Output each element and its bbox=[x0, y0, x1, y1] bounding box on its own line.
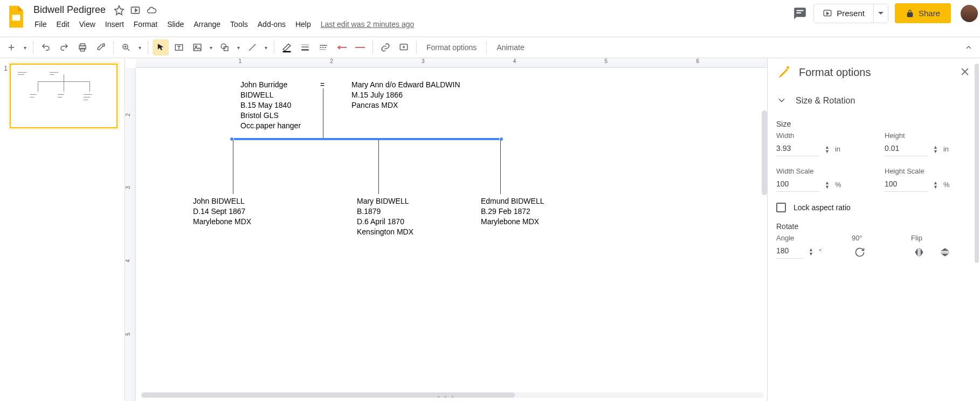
shape-tool[interactable] bbox=[217, 39, 233, 56]
undo-button[interactable] bbox=[38, 39, 54, 56]
menu-edit[interactable]: Edit bbox=[52, 18, 74, 31]
collapse-toolbar-button[interactable] bbox=[961, 39, 977, 56]
last-edit-text[interactable]: Last edit was 2 minutes ago bbox=[316, 18, 419, 31]
paint-format-button[interactable] bbox=[93, 39, 109, 56]
comment-button[interactable] bbox=[396, 39, 412, 56]
scrollbar-vertical[interactable] bbox=[762, 71, 767, 398]
width-stepper[interactable]: ▲▼ bbox=[825, 145, 830, 154]
svg-rect-10 bbox=[194, 44, 201, 51]
print-button[interactable] bbox=[74, 39, 91, 56]
shape-dropdown[interactable]: ▾ bbox=[235, 45, 242, 51]
sidebar-scrollbar[interactable] bbox=[975, 64, 979, 396]
new-slide-button[interactable] bbox=[3, 39, 19, 56]
connector-child-3[interactable] bbox=[500, 140, 501, 194]
svg-rect-15 bbox=[301, 45, 309, 45]
format-options-panel: Format options Size & Rotation Size Widt… bbox=[767, 58, 980, 401]
share-button[interactable]: Share bbox=[895, 3, 951, 23]
angle-stepper[interactable]: ▲▼ bbox=[809, 247, 813, 256]
connector-vertical-top[interactable] bbox=[323, 88, 323, 139]
flip-vertical-button[interactable] bbox=[937, 244, 953, 260]
line-tool[interactable] bbox=[244, 39, 260, 56]
link-button[interactable] bbox=[377, 39, 394, 56]
document-title[interactable]: Bidwell Pedigree bbox=[30, 3, 109, 17]
new-slide-dropdown[interactable]: ▾ bbox=[22, 45, 29, 51]
selected-connector[interactable] bbox=[232, 138, 501, 140]
star-icon[interactable] bbox=[113, 4, 125, 16]
present-button[interactable]: Present bbox=[814, 4, 873, 23]
angle-unit: ° bbox=[819, 247, 822, 255]
zoom-dropdown[interactable]: ▾ bbox=[136, 45, 143, 51]
close-sidebar-button[interactable] bbox=[960, 66, 971, 78]
filmstrip: 1 ▬▬▬▬▬▬▬ ▬▬▬▬▬▬ ▬▬▬▬▬ ▬▬▬▬▬ ▬▬▬▬▬▬▬▬▬ bbox=[0, 58, 125, 401]
angle-label: Angle bbox=[776, 234, 830, 242]
avatar[interactable] bbox=[961, 5, 978, 22]
svg-rect-21 bbox=[325, 47, 326, 48]
app-logo[interactable] bbox=[5, 3, 27, 30]
lock-aspect-row[interactable]: Lock aspect ratio bbox=[776, 203, 971, 212]
width-scale-unit: % bbox=[835, 181, 841, 189]
height-scale-stepper[interactable]: ▲▼ bbox=[933, 181, 938, 189]
menu-slide[interactable]: Slide bbox=[163, 18, 188, 31]
menu-format[interactable]: Format bbox=[129, 18, 162, 31]
slide-number: 1 bbox=[0, 64, 8, 396]
width-scale-stepper[interactable]: ▲▼ bbox=[825, 181, 830, 189]
section-title: Size & Rotation bbox=[796, 96, 855, 106]
menu-addons[interactable]: Add-ons bbox=[253, 18, 290, 31]
comments-icon[interactable] bbox=[793, 6, 807, 20]
flip-label: Flip bbox=[911, 234, 971, 242]
zoom-button[interactable] bbox=[118, 39, 134, 56]
redo-button[interactable] bbox=[56, 39, 72, 56]
svg-rect-23 bbox=[321, 49, 322, 50]
flip-horizontal-button[interactable] bbox=[911, 244, 927, 260]
textbox-parent-1[interactable]: John Burridge BIDWELL B.15 May 1840 Bris… bbox=[240, 80, 332, 130]
line-start-button[interactable] bbox=[334, 39, 350, 56]
line-dropdown[interactable]: ▾ bbox=[263, 45, 270, 51]
sidebar-title: Format options bbox=[799, 66, 952, 79]
move-icon[interactable] bbox=[129, 4, 141, 16]
image-dropdown[interactable]: ▾ bbox=[208, 45, 215, 51]
present-dropdown[interactable] bbox=[873, 4, 888, 23]
width-scale-input[interactable] bbox=[776, 177, 819, 192]
section-size-rotation[interactable]: Size & Rotation bbox=[776, 91, 971, 114]
canvas[interactable]: 1 2 3 4 5 6 2 3 4 5 John Burridge BIDWEL… bbox=[125, 58, 767, 401]
menu-help[interactable]: Help bbox=[291, 18, 315, 31]
height-input[interactable] bbox=[885, 142, 928, 156]
animate-button[interactable]: Animate bbox=[491, 41, 529, 54]
menu-tools[interactable]: Tools bbox=[226, 18, 252, 31]
resize-handle[interactable]: • • • bbox=[437, 392, 454, 401]
ruler-horizontal: 1 2 3 4 5 6 bbox=[136, 58, 767, 68]
rotate-90-button[interactable] bbox=[852, 244, 868, 260]
lock-icon bbox=[906, 9, 914, 18]
height-scale-input[interactable] bbox=[885, 177, 928, 192]
height-label: Height bbox=[885, 132, 971, 140]
menu-file[interactable]: File bbox=[30, 18, 51, 31]
line-end-button[interactable] bbox=[352, 39, 368, 56]
menu-view[interactable]: View bbox=[75, 18, 100, 31]
width-input[interactable] bbox=[776, 142, 819, 156]
svg-rect-14 bbox=[283, 51, 291, 53]
cloud-icon[interactable] bbox=[146, 4, 157, 16]
lock-aspect-checkbox[interactable] bbox=[776, 203, 786, 212]
format-options-button[interactable]: Format options bbox=[421, 41, 482, 54]
textbox-child-1[interactable]: John BIDWELL D.14 Sept 1867 Marylebone M… bbox=[193, 196, 290, 227]
line-weight-button[interactable] bbox=[297, 39, 313, 56]
angle-input[interactable] bbox=[776, 244, 803, 259]
menu-arrange[interactable]: Arrange bbox=[189, 18, 225, 31]
svg-rect-2 bbox=[797, 10, 804, 11]
select-tool[interactable] bbox=[153, 39, 169, 56]
image-tool[interactable] bbox=[189, 39, 205, 56]
slide-page[interactable]: John Burridge BIDWELL B.15 May 1840 Bris… bbox=[147, 68, 686, 375]
textbox-tool[interactable] bbox=[171, 39, 187, 56]
connector-child-1[interactable] bbox=[233, 140, 233, 194]
line-dash-button[interactable] bbox=[315, 39, 332, 56]
connector-child-2[interactable] bbox=[378, 140, 379, 194]
textbox-child-2[interactable]: Mary BIDWELL B.1879 D.6 April 1870 Kensi… bbox=[357, 196, 454, 237]
width-scale-label: Width Scale bbox=[776, 167, 863, 175]
textbox-child-3[interactable]: Edmund BIDWELL B.29 Feb 1872 Marylebone … bbox=[481, 196, 578, 227]
line-color-button[interactable] bbox=[279, 39, 295, 56]
textbox-parent-2[interactable]: Mary Ann d/o Edward BALDWIN M.15 July 18… bbox=[351, 80, 486, 110]
slide-thumbnail[interactable]: ▬▬▬▬▬▬▬ ▬▬▬▬▬▬ ▬▬▬▬▬ ▬▬▬▬▬ ▬▬▬▬▬▬▬▬▬ bbox=[10, 64, 118, 128]
svg-rect-20 bbox=[322, 47, 324, 48]
height-stepper[interactable]: ▲▼ bbox=[933, 145, 938, 154]
menu-insert[interactable]: Insert bbox=[101, 18, 128, 31]
